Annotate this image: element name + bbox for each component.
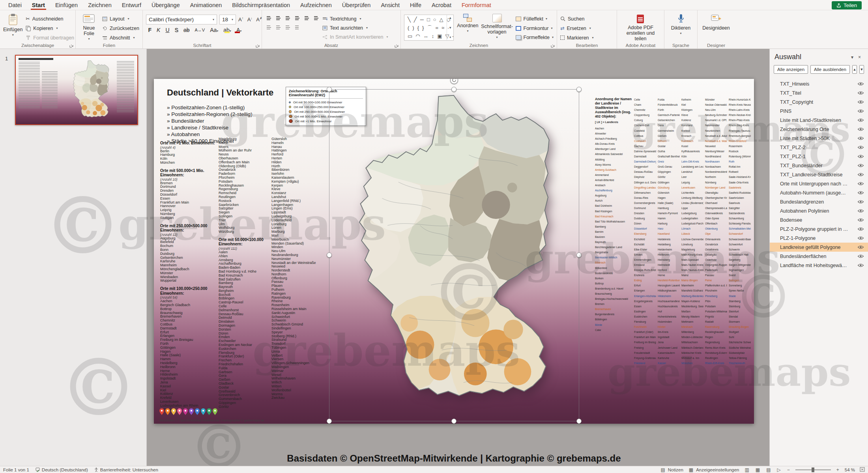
convert-smartart-button[interactable]: In SmartArt konvertieren▾ [322,33,388,41]
format-painter-button[interactable]: Format übertragen [26,34,74,41]
fit-to-window-icon[interactable] [860,467,865,473]
notes-button[interactable]: ▤Notizen [660,467,683,473]
eye-icon[interactable] [857,254,864,258]
eye-icon[interactable] [857,191,864,195]
eye-icon[interactable] [857,118,864,122]
increase-indent-icon[interactable] [294,15,300,21]
design-ideas-button[interactable]: Designideen [701,12,731,41]
shape-gallery-scroll[interactable]: ▲▼▾ [447,15,453,40]
pane-item[interactable]: TXT_Hinweis [770,79,868,88]
adobe-pdf-button[interactable]: Adobe PDF erstellen und teilen [622,12,660,41]
font-color-button[interactable]: A▾ [234,27,243,33]
columns-icon[interactable] [312,15,319,21]
normal-view-icon[interactable]: ▥ [744,467,750,473]
slide[interactable]: Deutschland | Vektorkarte » Postleitzahl… [154,79,754,424]
zoom-out-icon[interactable]: − [786,467,791,473]
tab-ansicht[interactable]: Ansicht [376,0,405,10]
pane-item[interactable]: Bodensee [770,215,868,224]
tab-formformat[interactable]: Formformat [456,0,496,10]
slide-thumbnail[interactable] [15,55,138,125]
tab-aufzeichnen[interactable]: Aufzeichnen [295,0,337,10]
eye-icon[interactable] [857,200,864,204]
tab-datei[interactable]: Datei [3,0,27,10]
eye-icon[interactable] [857,109,864,113]
pane-item[interactable]: Landkreise gefüllt Polygone [770,243,868,252]
align-text-button[interactable]: Text ausrichten▾ [322,24,388,32]
zoom-in-icon[interactable]: + [836,467,840,473]
align-left-icon[interactable] [265,24,272,30]
germany-map[interactable] [327,90,584,421]
select-button[interactable]: Markieren▾ [560,34,594,41]
pane-item[interactable]: Autobahnen Polylinien [770,206,868,215]
tab-übergänge[interactable]: Übergänge [146,0,185,10]
align-center-icon[interactable] [275,24,281,30]
font-size-select[interactable]: 18▾ [219,15,236,24]
dialog-launcher-icon[interactable] [551,43,556,47]
copy-button[interactable]: Kopieren▾ [26,24,74,32]
character-spacing-button[interactable]: A↔V [193,28,207,32]
text-direction-button[interactable]: Textrichtung▾ [322,15,388,22]
shape-effects-button[interactable]: Formeffekte▾ [516,34,554,41]
shape-icon[interactable]: { [417,24,419,32]
line-spacing-icon[interactable] [303,15,310,21]
show-all-button[interactable]: Alle anzeigen [774,65,808,74]
eye-icon[interactable] [857,218,864,222]
replace-button[interactable]: ⇄Ersetzen▾ [560,24,594,32]
shape-icon[interactable]: } [422,24,424,32]
pane-close-icon[interactable]: × [856,54,863,60]
font-name-select[interactable]: Calibri (Textkörper)▾ [146,15,217,24]
eye-icon[interactable] [857,82,864,86]
gallery-more-icon[interactable]: ▾ [449,36,451,39]
zoom-slider-thumb[interactable] [812,467,814,472]
pane-item[interactable]: Bundeslandgrenzen [770,197,868,206]
dialog-launcher-icon[interactable] [69,43,74,47]
pane-item[interactable]: Zeichenerklärung Orte [770,125,868,134]
tab-einfügen[interactable]: Einfügen [50,0,83,10]
pane-item[interactable]: Bundesländerflächen [770,252,868,261]
tab-zeichnen[interactable]: Zeichnen [83,0,117,10]
zoom-slider[interactable] [795,469,831,470]
pane-chevron-down-icon[interactable]: ▾ [849,54,856,60]
shape-icon[interactable]: ≈ [441,24,444,32]
reset-button[interactable]: Zurücksetzen [102,24,139,32]
shape-icon[interactable]: ⌒ [427,24,432,32]
pane-item[interactable]: TXT_Bundesländer [770,161,868,170]
move-down-button[interactable]: ▼ [859,65,864,74]
pane-item[interactable]: Autobahn-Nummern (ausge… [770,188,868,197]
shape-icon[interactable]: ↕ [432,32,434,40]
shape-icon[interactable]: ╲ [408,15,411,24]
scroll-up-icon[interactable]: ▲ [449,16,452,20]
find-button[interactable]: Suchen [560,15,594,22]
eye-icon[interactable] [857,263,864,267]
shape-icon[interactable]: ╱ [414,15,417,24]
tab-start[interactable]: Start [27,0,50,10]
shape-icon[interactable]: ◠ [415,32,420,40]
shape-icon[interactable]: ─ [420,15,424,24]
accessibility-checker[interactable]: Barrierefreiheit: Untersuchen [94,467,158,472]
eye-icon[interactable] [857,227,864,231]
pane-item[interactable]: TXT_Titel [770,88,868,97]
pane-item[interactable]: PINS [770,107,868,116]
eye-icon[interactable] [857,163,864,168]
shape-icon[interactable]: □ [427,15,430,24]
eye-icon[interactable] [857,91,864,95]
dialog-launcher-icon[interactable] [256,43,260,47]
pane-item[interactable]: Landfläche mit Hoheitsgewä… [770,261,868,270]
underline-button[interactable]: U [163,27,172,33]
hide-all-button[interactable]: Alle ausblenden [810,65,850,74]
zoom-level[interactable]: 54 % [845,467,855,472]
arrange-button[interactable]: Anordnen ▾ [457,12,478,41]
dictate-button[interactable]: Diktieren ▾ [669,12,693,41]
tab-überprüfen[interactable]: Überprüfen [337,0,376,10]
shape-icon[interactable]: ☆ [454,15,454,24]
tab-acrobat[interactable]: Acrobat [427,0,456,10]
strikethrough-button[interactable]: ab [181,27,192,33]
slide-sorter-view-icon[interactable]: ▦ [755,467,761,473]
cut-button[interactable]: ✂Ausschneiden [26,15,74,22]
justify-icon[interactable] [294,24,300,30]
language-indicator[interactable]: Deutsch (Deutschland) [36,467,88,472]
scroll-down-icon[interactable]: ▼ [449,26,452,30]
tab-bildschirmpräsentation[interactable]: Bildschirmpräsentation [227,0,295,10]
eye-icon[interactable] [857,136,864,140]
eye-icon[interactable] [857,127,864,131]
